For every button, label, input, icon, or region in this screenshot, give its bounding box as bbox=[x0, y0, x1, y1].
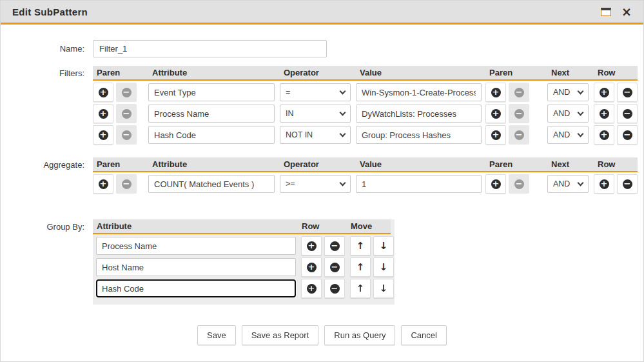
minus-icon: − bbox=[122, 109, 132, 119]
close-icon[interactable]: × bbox=[621, 6, 632, 18]
operator-select[interactable]: = bbox=[280, 83, 351, 101]
next-operator-select[interactable]: AND bbox=[547, 175, 589, 193]
add-paren-button[interactable]: + bbox=[485, 104, 506, 123]
remove-paren-button[interactable]: − bbox=[509, 104, 529, 123]
add-row-button[interactable]: + bbox=[594, 83, 614, 102]
remove-paren-button[interactable]: − bbox=[116, 83, 137, 102]
remove-row-button[interactable]: − bbox=[617, 125, 638, 145]
add-row-button[interactable]: + bbox=[301, 257, 322, 277]
value-input[interactable] bbox=[356, 105, 482, 123]
attribute-input[interactable] bbox=[148, 175, 275, 193]
plus-icon: + bbox=[491, 130, 501, 140]
operator-select[interactable]: >= bbox=[280, 175, 351, 193]
remove-row-button[interactable]: − bbox=[324, 236, 345, 256]
group-by-header: Attribute Row Move bbox=[93, 219, 391, 234]
filters-label: Filters: bbox=[1, 66, 93, 78]
next-operator-select[interactable]: AND bbox=[547, 83, 589, 101]
value-input[interactable] bbox=[356, 175, 482, 193]
header-next: Next bbox=[547, 159, 594, 169]
remove-row-button[interactable]: − bbox=[617, 104, 638, 123]
plus-icon: + bbox=[491, 109, 501, 119]
name-label: Name: bbox=[1, 40, 93, 54]
group-by-label: Group By: bbox=[1, 219, 93, 232]
minus-icon: − bbox=[623, 109, 632, 119]
add-row-button[interactable]: + bbox=[301, 279, 322, 298]
attribute-input[interactable] bbox=[148, 105, 275, 123]
save-as-report-button[interactable]: Save as Report bbox=[242, 325, 319, 345]
header-paren2: Paren bbox=[485, 159, 547, 169]
arrow-up-icon: ↑ bbox=[356, 241, 365, 251]
remove-row-button[interactable]: − bbox=[324, 257, 345, 277]
move-down-button[interactable]: ↓ bbox=[373, 279, 394, 298]
minus-icon: − bbox=[122, 179, 132, 189]
operator-select[interactable]: IN bbox=[280, 105, 351, 123]
remove-paren-button[interactable]: − bbox=[509, 174, 529, 194]
minus-icon: − bbox=[330, 284, 340, 294]
name-section: Name: bbox=[1, 40, 643, 57]
minus-icon: − bbox=[514, 179, 524, 189]
group-attribute-input[interactable] bbox=[96, 237, 296, 255]
filters-header: Paren Attribute Operator Value Paren Nex… bbox=[93, 66, 638, 81]
value-input[interactable] bbox=[356, 83, 482, 101]
header-attribute: Attribute bbox=[148, 68, 280, 77]
minus-icon: − bbox=[330, 241, 340, 251]
filter-row: + − NOT IN + − AND + − bbox=[93, 125, 638, 145]
attribute-input[interactable] bbox=[148, 126, 275, 144]
move-down-button[interactable]: ↓ bbox=[373, 236, 394, 256]
filters-table: Paren Attribute Operator Value Paren Nex… bbox=[93, 66, 638, 145]
add-row-button[interactable]: + bbox=[594, 125, 614, 145]
filters-section: Filters: Paren Attribute Operator Value … bbox=[1, 66, 643, 145]
plus-icon: + bbox=[491, 88, 501, 97]
group-attribute-input[interactable] bbox=[96, 279, 296, 297]
add-row-button[interactable]: + bbox=[594, 174, 614, 194]
move-down-button[interactable]: ↓ bbox=[373, 257, 394, 277]
header-move: Move bbox=[347, 221, 391, 231]
move-up-button[interactable]: ↑ bbox=[350, 279, 371, 298]
add-paren-button[interactable]: + bbox=[93, 125, 113, 145]
cancel-button[interactable]: Cancel bbox=[401, 325, 446, 345]
dialog-title: Edit SubPattern bbox=[12, 6, 88, 17]
header-operator: Operator bbox=[280, 159, 356, 169]
plus-icon: + bbox=[600, 130, 609, 140]
group-attribute-input[interactable] bbox=[96, 258, 296, 276]
add-paren-button[interactable]: + bbox=[93, 174, 113, 194]
group-by-section: Group By: Attribute Row Move + − ↑ ↓ bbox=[1, 219, 643, 305]
add-row-button[interactable]: + bbox=[301, 236, 322, 256]
aggregate-section: Aggregate: Paren Attribute Operator Valu… bbox=[1, 157, 643, 194]
add-paren-button[interactable]: + bbox=[485, 125, 506, 145]
plus-icon: + bbox=[307, 241, 317, 251]
add-paren-button[interactable]: + bbox=[485, 174, 506, 194]
remove-paren-button[interactable]: − bbox=[509, 125, 529, 145]
plus-icon: + bbox=[99, 130, 108, 140]
plus-icon: + bbox=[600, 88, 609, 97]
remove-paren-button[interactable]: − bbox=[509, 83, 529, 102]
add-row-button[interactable]: + bbox=[594, 104, 614, 123]
remove-paren-button[interactable]: − bbox=[116, 104, 137, 123]
operator-select[interactable]: NOT IN bbox=[280, 126, 351, 144]
next-operator-select[interactable]: AND bbox=[547, 126, 589, 144]
remove-paren-button[interactable]: − bbox=[116, 174, 137, 194]
remove-row-button[interactable]: − bbox=[617, 83, 638, 102]
header-paren: Paren bbox=[93, 68, 148, 77]
remove-row-button[interactable]: − bbox=[324, 279, 345, 298]
header-paren: Paren bbox=[93, 159, 148, 169]
value-input[interactable] bbox=[356, 126, 482, 144]
arrow-down-icon: ↓ bbox=[380, 284, 388, 294]
minus-icon: − bbox=[514, 109, 524, 119]
minus-icon: − bbox=[623, 88, 632, 97]
maximize-icon[interactable] bbox=[601, 8, 611, 16]
header-value: Value bbox=[356, 159, 485, 169]
remove-paren-button[interactable]: − bbox=[116, 125, 137, 145]
remove-row-button[interactable]: − bbox=[617, 174, 638, 194]
move-up-button[interactable]: ↑ bbox=[350, 236, 371, 256]
run-as-query-button[interactable]: Run as Query bbox=[324, 325, 395, 345]
next-operator-select[interactable]: AND bbox=[547, 105, 589, 123]
save-button[interactable]: Save bbox=[197, 325, 236, 345]
add-paren-button[interactable]: + bbox=[93, 104, 113, 123]
move-up-button[interactable]: ↑ bbox=[350, 257, 371, 277]
name-input[interactable] bbox=[93, 40, 327, 57]
add-paren-button[interactable]: + bbox=[93, 83, 113, 102]
add-paren-button[interactable]: + bbox=[485, 83, 506, 102]
attribute-input[interactable] bbox=[148, 83, 275, 101]
header-attribute: Attribute bbox=[93, 221, 298, 231]
